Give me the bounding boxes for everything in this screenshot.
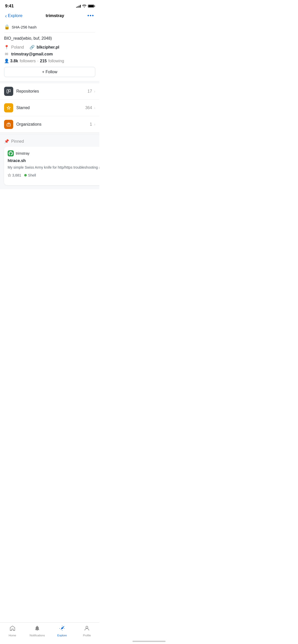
pinned-label: Pinned bbox=[11, 139, 24, 144]
person-icon: 👤 bbox=[4, 58, 9, 63]
status-bar: 9:41 bbox=[0, 0, 99, 11]
organizations-count: 1 bbox=[90, 122, 92, 127]
status-icons bbox=[76, 4, 94, 8]
status-time: 9:41 bbox=[5, 4, 14, 9]
pin-icon: 📌 bbox=[4, 139, 9, 144]
follow-button[interactable]: + Follow bbox=[4, 67, 95, 77]
pinned-header: 📌 Pinned bbox=[0, 139, 99, 147]
chevron-right-icon-2: › bbox=[94, 106, 95, 110]
stars-count-1: 3,681 bbox=[12, 173, 21, 177]
website-text[interactable]: blkcipher.pl bbox=[37, 45, 59, 50]
nav-bar: ‹ Explore trimstray ••• bbox=[0, 11, 99, 22]
more-button[interactable]: ••• bbox=[87, 13, 94, 19]
followers-row: 👤 3.8k followers · 215 following bbox=[4, 58, 95, 63]
card-title-1: htrace.sh bbox=[8, 158, 99, 163]
page-title: trimstray bbox=[46, 13, 64, 18]
svg-rect-0 bbox=[7, 90, 8, 93]
card-stars-1: 3,681 bbox=[8, 173, 21, 177]
bio-text: BIO_read(wbio, buf, 2048) bbox=[4, 36, 95, 41]
repositories-icon bbox=[4, 87, 13, 96]
lock-icon: 🔒 bbox=[4, 24, 10, 30]
chevron-right-icon: › bbox=[94, 89, 95, 93]
lang-label-1: Shell bbox=[28, 173, 36, 177]
link-icon: 🔗 bbox=[30, 45, 34, 50]
sha-text: SHA-256 hash bbox=[12, 25, 37, 29]
pinned-card-1[interactable]: trimstray htrace.sh My simple Swiss Army… bbox=[4, 147, 99, 185]
followers-dot: · bbox=[37, 59, 38, 63]
chevron-right-icon-3: › bbox=[94, 122, 95, 126]
pinned-section: 📌 Pinned trimstray htrace.sh My simple S… bbox=[0, 135, 99, 189]
svg-rect-3 bbox=[8, 123, 9, 124]
repositories-item[interactable]: Repositories 17 › bbox=[0, 83, 99, 100]
starred-count: 364 bbox=[85, 106, 92, 110]
follow-label: + Follow bbox=[42, 70, 57, 74]
card-desc-1: My simple Swiss Army knife for http/http… bbox=[8, 165, 99, 170]
followers-count: 3.8k bbox=[10, 59, 18, 63]
repositories-count: 17 bbox=[88, 89, 92, 94]
location-icon: 📍 bbox=[4, 45, 9, 50]
lang-dot-1 bbox=[24, 174, 27, 177]
back-label: Explore bbox=[8, 13, 23, 18]
following-count: 215 bbox=[40, 59, 47, 63]
email-text: trimstray@gmail.com bbox=[11, 52, 53, 56]
card-author-1: trimstray bbox=[16, 151, 30, 155]
organizations-icon bbox=[4, 120, 13, 129]
signal-icon bbox=[76, 5, 81, 8]
followers-label: followers bbox=[20, 59, 36, 63]
card-avatar-1 bbox=[8, 150, 14, 156]
email-icon: ✉ bbox=[4, 52, 9, 56]
menu-list: Repositories 17 › Starred 364 › Organiza… bbox=[0, 83, 99, 133]
email-row: ✉ trimstray@gmail.com bbox=[4, 52, 95, 56]
section-divider-2 bbox=[0, 133, 99, 135]
card-author-row: trimstray bbox=[8, 150, 99, 156]
profile-section: 🔒 SHA-256 hash BIO_read(wbio, buf, 2048)… bbox=[0, 22, 99, 81]
location-row: 📍 Poland 🔗 blkcipher.pl bbox=[4, 45, 95, 50]
following-label: following bbox=[48, 59, 64, 63]
starred-label: Starred bbox=[16, 106, 85, 110]
wifi-icon bbox=[82, 4, 86, 8]
pinned-cards: trimstray htrace.sh My simple Swiss Army… bbox=[0, 147, 99, 189]
organizations-item[interactable]: Organizations 1 › bbox=[0, 116, 99, 133]
svg-rect-1 bbox=[9, 90, 10, 92]
battery-icon bbox=[88, 5, 94, 8]
back-button[interactable]: ‹ Explore bbox=[5, 13, 22, 18]
organizations-label: Organizations bbox=[16, 122, 90, 127]
lang-row-1: Shell bbox=[24, 173, 36, 177]
starred-icon bbox=[4, 103, 13, 112]
chevron-left-icon: ‹ bbox=[5, 13, 7, 18]
card-footer-1: 3,681 Shell bbox=[8, 173, 99, 177]
sha-row: 🔒 SHA-256 hash bbox=[4, 22, 95, 33]
starred-item[interactable]: Starred 364 › bbox=[0, 100, 99, 116]
location-text: Poland bbox=[11, 45, 24, 50]
section-divider bbox=[0, 81, 99, 83]
repositories-label: Repositories bbox=[16, 89, 88, 94]
